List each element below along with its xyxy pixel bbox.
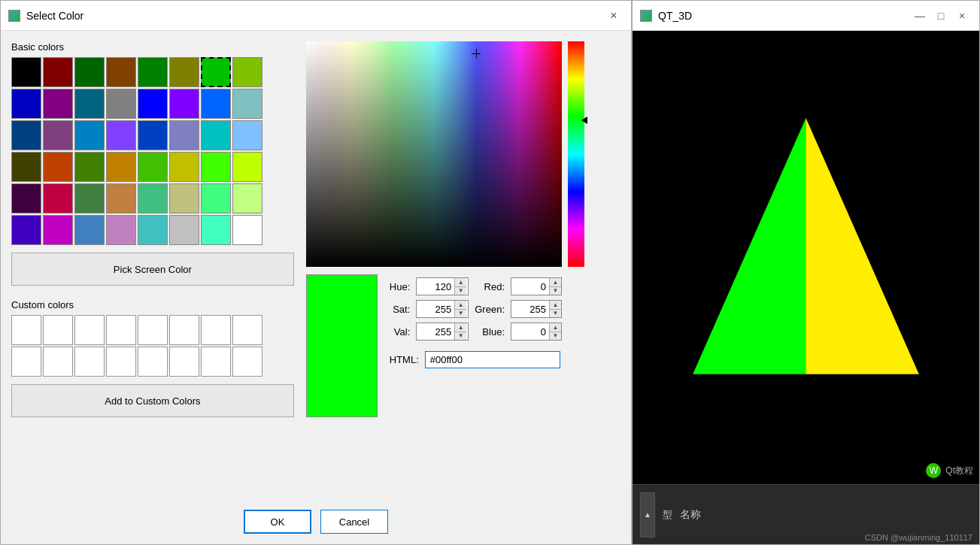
basic-color-swatch[interactable] xyxy=(74,183,105,213)
basic-color-swatch[interactable] xyxy=(74,57,105,87)
custom-color-swatch[interactable] xyxy=(74,315,105,345)
basic-color-swatch[interactable] xyxy=(43,57,73,87)
hue-spinbox[interactable]: ▲ ▼ xyxy=(416,277,469,295)
custom-color-swatch[interactable] xyxy=(11,315,41,345)
basic-color-swatch[interactable] xyxy=(232,152,262,182)
basic-color-swatch[interactable] xyxy=(106,215,136,245)
custom-color-swatch[interactable] xyxy=(106,315,136,345)
basic-color-swatch[interactable] xyxy=(43,215,73,245)
custom-color-swatch[interactable] xyxy=(201,347,231,377)
ok-button[interactable]: OK xyxy=(244,510,311,534)
sat-spinbox[interactable]: ▲ ▼ xyxy=(416,300,469,318)
sat-up[interactable]: ▲ xyxy=(455,301,466,309)
hue-up[interactable]: ▲ xyxy=(455,278,466,286)
qt-scroll-button[interactable]: ▲ xyxy=(640,492,655,537)
qt-maximize-button[interactable]: □ xyxy=(931,6,951,26)
basic-color-swatch[interactable] xyxy=(169,183,199,213)
red-up[interactable]: ▲ xyxy=(550,278,561,286)
custom-color-swatch[interactable] xyxy=(138,347,168,377)
basic-color-swatch[interactable] xyxy=(138,183,168,213)
color-gradient-picker[interactable] xyxy=(306,41,562,267)
basic-color-swatch[interactable] xyxy=(43,89,73,119)
basic-color-swatch[interactable] xyxy=(11,89,41,119)
add-to-custom-colors-button[interactable]: Add to Custom Colors xyxy=(11,384,294,417)
basic-color-swatch[interactable] xyxy=(232,120,262,150)
basic-color-swatch[interactable] xyxy=(11,120,41,150)
basic-color-swatch[interactable] xyxy=(169,120,199,150)
basic-color-swatch[interactable] xyxy=(169,215,199,245)
basic-color-swatch[interactable] xyxy=(138,215,168,245)
green-spinbox[interactable]: ▲ ▼ xyxy=(511,300,562,318)
val-up[interactable]: ▲ xyxy=(455,323,466,332)
custom-color-swatch[interactable] xyxy=(74,347,105,377)
basic-color-swatch[interactable] xyxy=(138,89,168,119)
basic-color-swatch[interactable] xyxy=(138,120,168,150)
basic-color-swatch[interactable] xyxy=(106,183,136,213)
basic-color-swatch[interactable] xyxy=(43,152,73,182)
basic-color-swatch[interactable] xyxy=(74,215,105,245)
basic-color-swatch[interactable] xyxy=(201,57,231,87)
basic-color-swatch[interactable] xyxy=(169,89,199,119)
custom-color-swatch[interactable] xyxy=(201,315,231,345)
basic-color-swatch[interactable] xyxy=(169,57,199,87)
basic-color-swatch[interactable] xyxy=(201,152,231,182)
basic-color-swatch[interactable] xyxy=(74,120,105,150)
val-down[interactable]: ▼ xyxy=(455,332,466,341)
basic-color-swatch[interactable] xyxy=(232,183,262,213)
basic-color-swatch[interactable] xyxy=(106,152,136,182)
val-spinbox[interactable]: ▲ ▼ xyxy=(416,322,469,341)
basic-color-swatch[interactable] xyxy=(106,120,136,150)
hue-slider[interactable] xyxy=(568,41,584,267)
basic-color-swatch[interactable] xyxy=(106,89,136,119)
qt-minimize-button[interactable]: — xyxy=(910,6,930,26)
hue-input[interactable] xyxy=(417,278,454,295)
basic-color-swatch[interactable] xyxy=(201,120,231,150)
val-input[interactable] xyxy=(417,323,454,340)
custom-color-swatch[interactable] xyxy=(11,347,41,377)
green-down[interactable]: ▼ xyxy=(550,310,561,318)
basic-color-swatch[interactable] xyxy=(11,183,41,213)
custom-color-swatch[interactable] xyxy=(232,347,262,377)
basic-color-swatch[interactable] xyxy=(11,152,41,182)
blue-down[interactable]: ▼ xyxy=(550,332,561,341)
basic-color-swatch[interactable] xyxy=(74,152,105,182)
custom-color-swatch[interactable] xyxy=(43,315,73,345)
basic-color-swatch[interactable] xyxy=(11,215,41,245)
basic-color-swatch[interactable] xyxy=(138,152,168,182)
red-spinbox[interactable]: ▲ ▼ xyxy=(511,277,562,295)
pick-screen-color-button[interactable]: Pick Screen Color xyxy=(11,253,294,286)
basic-color-swatch[interactable] xyxy=(201,215,231,245)
red-input[interactable] xyxy=(511,278,549,295)
basic-color-swatch[interactable] xyxy=(201,89,231,119)
basic-color-swatch[interactable] xyxy=(138,57,168,87)
sat-down[interactable]: ▼ xyxy=(455,310,466,318)
red-down[interactable]: ▼ xyxy=(550,287,561,295)
basic-color-swatch[interactable] xyxy=(201,183,231,213)
blue-input[interactable] xyxy=(511,323,549,340)
basic-color-swatch[interactable] xyxy=(232,89,262,119)
html-input[interactable] xyxy=(425,351,560,368)
basic-color-swatch[interactable] xyxy=(11,57,41,87)
blue-up[interactable]: ▲ xyxy=(550,323,561,332)
custom-color-swatch[interactable] xyxy=(138,315,168,345)
custom-color-swatch[interactable] xyxy=(169,315,199,345)
basic-color-swatch[interactable] xyxy=(169,152,199,182)
basic-color-swatch[interactable] xyxy=(232,215,262,245)
blue-spinbox[interactable]: ▲ ▼ xyxy=(511,322,562,341)
qt-close-button[interactable]: × xyxy=(952,6,972,26)
basic-color-swatch[interactable] xyxy=(232,57,262,87)
basic-color-swatch[interactable] xyxy=(43,120,73,150)
custom-color-swatch[interactable] xyxy=(43,347,73,377)
green-up[interactable]: ▲ xyxy=(550,301,561,309)
green-input[interactable] xyxy=(511,301,549,317)
custom-color-swatch[interactable] xyxy=(169,347,199,377)
cancel-button[interactable]: Cancel xyxy=(320,510,388,534)
basic-color-swatch[interactable] xyxy=(43,183,73,213)
custom-color-swatch[interactable] xyxy=(232,315,262,345)
custom-color-swatch[interactable] xyxy=(106,347,136,377)
hue-down[interactable]: ▼ xyxy=(455,287,466,295)
basic-color-swatch[interactable] xyxy=(106,57,136,87)
sat-input[interactable] xyxy=(417,301,454,317)
basic-color-swatch[interactable] xyxy=(74,89,105,119)
dialog-close-button[interactable]: × xyxy=(604,6,623,26)
